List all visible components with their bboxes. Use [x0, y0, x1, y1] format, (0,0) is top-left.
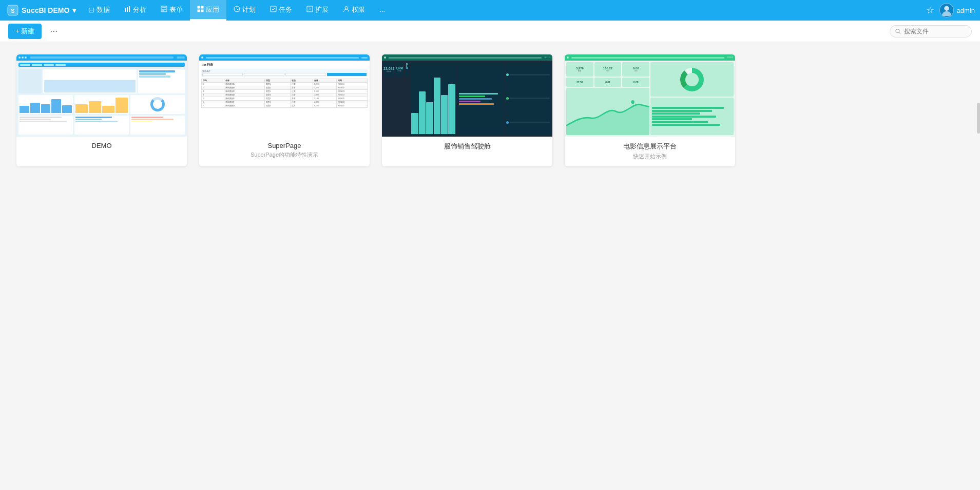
nav-more[interactable]: ... [372, 0, 392, 21]
top-navigation: S SuccBI DEMO ▾ ⊟ 数据 分析 表单 应用 计划 任务 [0, 0, 980, 21]
plan-icon [234, 6, 240, 14]
main-content: DEMO list 列表 筛选条件 [0, 42, 980, 490]
user-menu[interactable]: admin [939, 3, 975, 17]
analysis-icon [124, 6, 131, 14]
nav-app-label: 应用 [206, 5, 219, 14]
favorite-star-icon[interactable]: ☆ [926, 5, 934, 16]
search-icon [895, 28, 901, 34]
svg-text:S: S [11, 8, 14, 14]
svg-rect-11 [198, 9, 200, 12]
svg-rect-9 [198, 6, 200, 8]
svg-rect-2 [125, 8, 126, 12]
search-box [890, 25, 972, 37]
nav-form[interactable]: 表单 [153, 0, 190, 21]
card-movie-thumbnail: 12:30:02 3,976 数量 105.22 [565, 54, 735, 137]
data-icon: ⊟ [88, 6, 94, 14]
nav-perm-label: 权限 [352, 5, 365, 14]
card-fushi-thumbnail: 14:17:11 23,682 销售额 2,088 订单数 [382, 54, 552, 137]
svg-line-20 [899, 32, 900, 33]
card-fushi[interactable]: 14:17:11 23,682 销售额 2,088 订单数 [382, 54, 552, 166]
nav-expand-label: 扩展 [315, 5, 329, 14]
card-superpage-thumbnail: list 列表 筛选条件 [199, 54, 370, 137]
app-logo[interactable]: S SuccBI DEMO ▾ [5, 5, 81, 16]
svg-point-16 [345, 6, 348, 9]
card-superpage-info: SuperPage SuperPage的功能特性演示 [199, 137, 370, 165]
succbi-logo-icon: S [7, 5, 18, 16]
svg-rect-3 [127, 7, 128, 12]
nav-right-section: ☆ admin [926, 3, 975, 17]
user-name: admin [957, 7, 975, 14]
cards-grid: DEMO list 列表 筛选条件 [16, 54, 735, 166]
perm-icon [343, 6, 350, 14]
avatar-icon [940, 3, 953, 17]
app-icon [197, 6, 204, 14]
card-superpage-subtitle: SuperPage的功能特性演示 [205, 151, 363, 159]
task-icon [270, 6, 277, 14]
expand-icon [306, 6, 313, 14]
nav-perm[interactable]: 权限 [336, 0, 372, 21]
avatar [939, 3, 954, 17]
svg-rect-4 [129, 6, 130, 12]
nav-task-label: 任务 [279, 5, 292, 14]
svg-rect-14 [271, 6, 276, 12]
svg-rect-15 [307, 6, 313, 12]
card-fushi-info: 服饰销售驾驶舱 [382, 137, 552, 157]
svg-point-18 [944, 6, 949, 11]
nav-form-label: 表单 [169, 5, 183, 14]
card-movie-info: 电影信息展示平台 快速开始示例 [565, 137, 735, 166]
svg-rect-12 [201, 9, 204, 12]
card-movie-subtitle: 快速开始示例 [571, 153, 729, 160]
nav-app[interactable]: 应用 [190, 0, 226, 21]
nav-plan[interactable]: 计划 [226, 0, 263, 21]
card-movie-title: 电影信息展示平台 [571, 142, 729, 151]
card-superpage[interactable]: list 列表 筛选条件 [199, 54, 370, 166]
card-demo[interactable]: DEMO [16, 54, 187, 166]
app-chevron: ▾ [72, 6, 76, 14]
scrollbar-handle[interactable] [977, 103, 980, 134]
nav-more-label: ... [379, 6, 385, 13]
nav-data[interactable]: ⊟ 数据 [81, 0, 117, 21]
search-input[interactable] [904, 28, 966, 35]
nav-data-label: 数据 [97, 5, 110, 14]
new-button[interactable]: + 新建 [8, 24, 42, 39]
nav-expand[interactable]: 扩展 [299, 0, 336, 21]
card-movie[interactable]: 12:30:02 3,976 数量 105.22 [565, 54, 735, 166]
nav-task[interactable]: 任务 [263, 0, 299, 21]
more-options-button[interactable]: ··· [46, 24, 62, 39]
nav-analysis[interactable]: 分析 [117, 0, 153, 21]
form-icon [161, 6, 167, 14]
toolbar: + 新建 ··· [0, 21, 980, 42]
card-demo-info: DEMO [16, 137, 187, 156]
card-demo-title: DEMO [23, 142, 181, 149]
card-superpage-title: SuperPage [205, 142, 363, 149]
card-demo-thumbnail [16, 54, 187, 137]
svg-point-26 [631, 100, 634, 104]
svg-rect-10 [201, 6, 204, 8]
app-name: SuccBI DEMO [22, 6, 69, 14]
nav-plan-label: 计划 [242, 5, 256, 14]
card-fushi-title: 服饰销售驾驶舱 [388, 142, 546, 151]
nav-analysis-label: 分析 [133, 5, 146, 14]
